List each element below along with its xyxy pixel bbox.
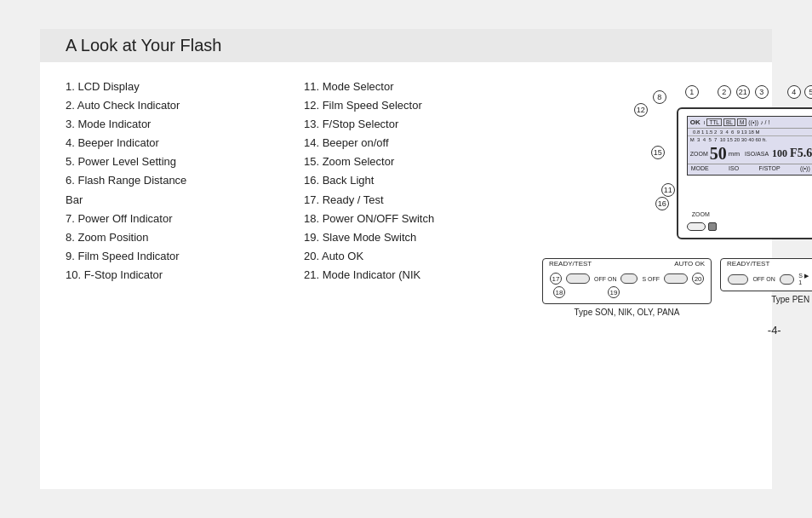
list-item-12: 12. Film Speed Selector [304,96,534,115]
callout-1: 1 [685,85,699,99]
list-item-7: 7. Power Off Indicator [66,210,295,228]
list-item-1: 1. LCD Display [66,78,295,96]
type-pen-diagram: READY/TEST AUTO OK OFF ON S ▶ 1 1⊳◀ [720,258,812,304]
callout-5: 5 [804,85,812,99]
pen-switch[interactable] [780,274,794,285]
flash-body: OK I TTL BL M ((•)) ♪ / ! 0.8 1 1.5 2 3 … [677,107,812,239]
list-item-21: 21. Mode Indicator (NIK [304,266,534,285]
list-item-8: 8. Zoom Position [66,228,295,247]
bottom-diagrams: READY/TEST AUTO OK 17 OFF ON [542,258,812,317]
list-item-9: 9. Film Speed Indicator [66,247,295,266]
pen-btn1[interactable] [728,274,748,285]
son-type-label: Type SON, NIK, OLY, PANA [542,308,712,317]
page-number: -4- [768,324,781,337]
flash-diagram-area: 1 2 21 3 4 5 [542,78,812,337]
left-list: 1. LCD Display 2. Auto Check Indicator 3… [66,78,295,337]
list-item-18: 18. Power ON/OFF Switch [304,210,534,228]
callout-11: 11 [661,183,675,197]
list-item-20: 20. Auto OK [304,247,534,266]
callout-8: 8 [653,90,666,104]
list-item-6b: Bar [66,191,295,210]
list-item-16: 16. Back Light [304,171,534,190]
lcd-screen: OK I TTL BL M ((•)) ♪ / ! 0.8 1 1.5 2 3 … [687,116,812,176]
list-item-15: 15. Zoom Selector [304,153,534,171]
list-item-3: 3. Mode Indicator [66,115,295,134]
list-item-11: 11. Mode Selector [304,78,534,96]
list-item-17: 17. Ready / Test [304,191,534,210]
list-item-6: 6. Flash Range Distance [66,171,295,190]
callout-12: 12 [634,103,648,117]
list-item-19: 19. Slave Mode Switch [304,228,534,247]
zoom-btn[interactable] [687,222,706,231]
callout-16: 16 [655,197,669,210]
list-item-13: 13. F/Stop Selector [304,115,534,134]
son-btn1[interactable] [566,273,590,284]
callout-3: 3 [755,85,769,99]
page-title: A Look at Your Flash [40,29,772,62]
list-item-14: 14. Beeper on/off [304,134,534,153]
list-item-2: 2. Auto Check Indicator [66,96,295,115]
list-item-5: 5. Power Level Setting [66,153,295,171]
son-switch[interactable] [620,273,638,284]
type-son-diagram: READY/TEST AUTO OK 17 OFF ON [542,258,712,317]
callout-21: 21 [736,85,750,99]
right-list: 11. Mode Selector 12. Film Speed Selecto… [304,78,534,337]
list-item-4: 4. Beeper Indicator [66,134,295,153]
callout-2: 2 [718,85,731,99]
callout-4: 4 [787,85,801,99]
pen-type-label: Type PEN [720,295,812,304]
flash-diagram: 1 2 21 3 4 5 [651,82,812,248]
list-item-10: 10. F-Stop Indicator [66,266,295,285]
son-btn2[interactable] [664,273,688,284]
callout-15: 15 [651,146,665,159]
